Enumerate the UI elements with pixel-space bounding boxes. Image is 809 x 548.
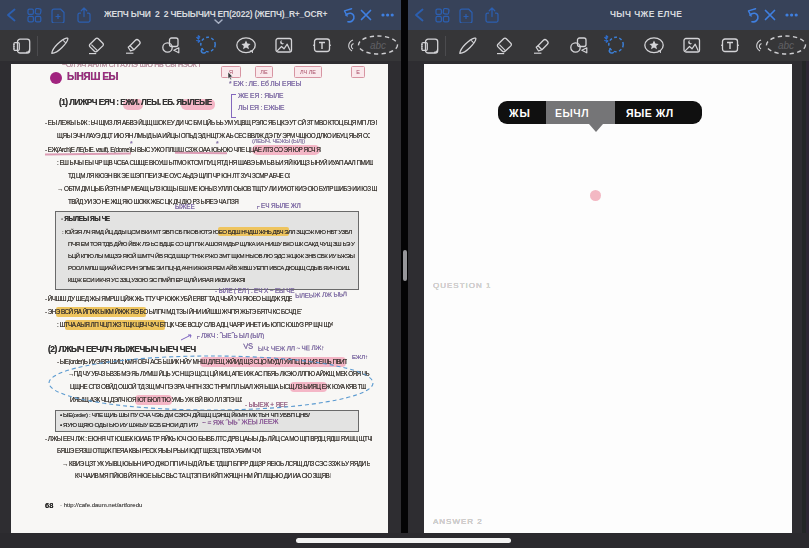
svg-text:abc: abc [370, 40, 386, 51]
svg-text:abc: abc [778, 40, 794, 51]
